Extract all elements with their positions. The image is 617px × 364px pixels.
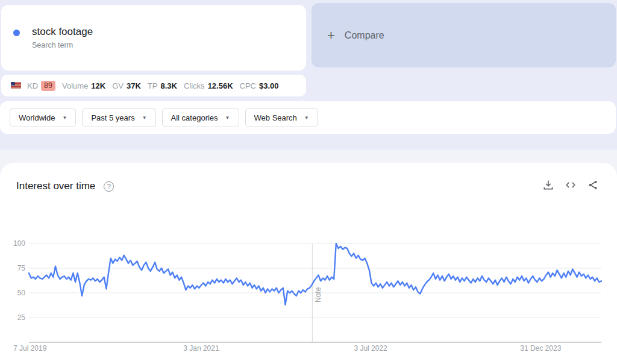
filter-label: Web Search: [254, 113, 297, 122]
metric-label-clicks: Clicks: [184, 81, 205, 90]
kd-score-badge: 89: [41, 81, 55, 91]
download-icon[interactable]: [542, 179, 554, 191]
series-color-dot: [13, 30, 20, 36]
note-marker-label: Note: [314, 287, 322, 303]
compare-button[interactable]: + Compare: [312, 3, 616, 67]
chart-actions: [542, 179, 599, 191]
filter-dropdown-web-search[interactable]: Web Search▼: [245, 108, 318, 127]
y-tick-label: 25: [17, 313, 26, 322]
x-tick-label: 3 Jan 2021: [183, 344, 219, 353]
metric-value-tp: 8.3K: [160, 81, 177, 90]
interest-line-chart[interactable]: 255075100Note7 Jul 20193 Jan 20213 Jul 2…: [0, 235, 617, 364]
metric-value-gv: 37K: [127, 81, 141, 90]
metric-label-kd: KD: [27, 81, 38, 90]
metric-value-cpc: $3.00: [259, 81, 279, 90]
metric-value-clicks: 12.56K: [208, 81, 233, 90]
compare-label: Compare: [345, 30, 384, 41]
metrics-items: KD89Volume12KGV37KTP8.3KClicks12.56KCPC$…: [27, 81, 286, 91]
chevron-down-icon: ▼: [225, 115, 230, 121]
filter-bar: Worldwide▼Past 5 years▼All categories▼We…: [0, 101, 616, 134]
plus-icon: +: [327, 28, 335, 43]
filter-label: Worldwide: [19, 113, 55, 122]
y-tick-label: 100: [13, 239, 25, 248]
metric-label-tp: TP: [148, 81, 158, 90]
chart-header: Interest over time ?: [0, 163, 617, 192]
y-tick-label: 50: [17, 289, 26, 297]
filter-dropdown-worldwide[interactable]: Worldwide▼: [10, 108, 76, 127]
metric-label-cpc: CPC: [240, 81, 256, 90]
search-term-title: stock footage: [32, 26, 93, 38]
chevron-down-icon: ▼: [62, 115, 67, 121]
filter-label: All categories: [171, 113, 218, 122]
search-term-card[interactable]: stock footage Search term: [1, 5, 306, 71]
embed-icon[interactable]: [565, 179, 577, 191]
x-tick-label: 31 Dec 2023: [520, 344, 561, 353]
search-term-subtitle: Search term: [32, 41, 93, 49]
interest-over-time-card: Interest over time ? 255075100Note7 Jul …: [0, 163, 617, 364]
google-trends-page: stock footage Search term + Compare KD89…: [0, 0, 617, 364]
chart-svg: 255075100Note7 Jul 20193 Jan 20213 Jul 2…: [0, 235, 617, 364]
x-tick-label: 7 Jul 2019: [13, 344, 47, 353]
chevron-down-icon: ▼: [304, 115, 309, 121]
filter-dropdown-all-categories[interactable]: All categories▼: [162, 108, 239, 127]
filter-label: Past 5 years: [91, 113, 134, 122]
metric-value-volume: 12K: [91, 81, 105, 90]
chevron-down-icon: ▼: [142, 115, 147, 121]
filter-dropdown-past-5-years[interactable]: Past 5 years▼: [82, 108, 155, 127]
search-term-text: stock footage Search term: [32, 26, 93, 49]
metric-label-gv: GV: [112, 81, 124, 90]
metric-label-volume: Volume: [62, 81, 88, 90]
chart-title: Interest over time: [16, 180, 95, 192]
x-tick-label: 3 Jul 2022: [354, 344, 387, 353]
share-icon[interactable]: [587, 179, 599, 191]
keywords-everywhere-metrics-bar: KD89Volume12KGV37KTP8.3KClicks12.56KCPC$…: [1, 75, 306, 96]
us-flag-icon: [11, 82, 21, 89]
help-icon[interactable]: ?: [104, 181, 114, 192]
y-tick-label: 75: [17, 264, 26, 272]
